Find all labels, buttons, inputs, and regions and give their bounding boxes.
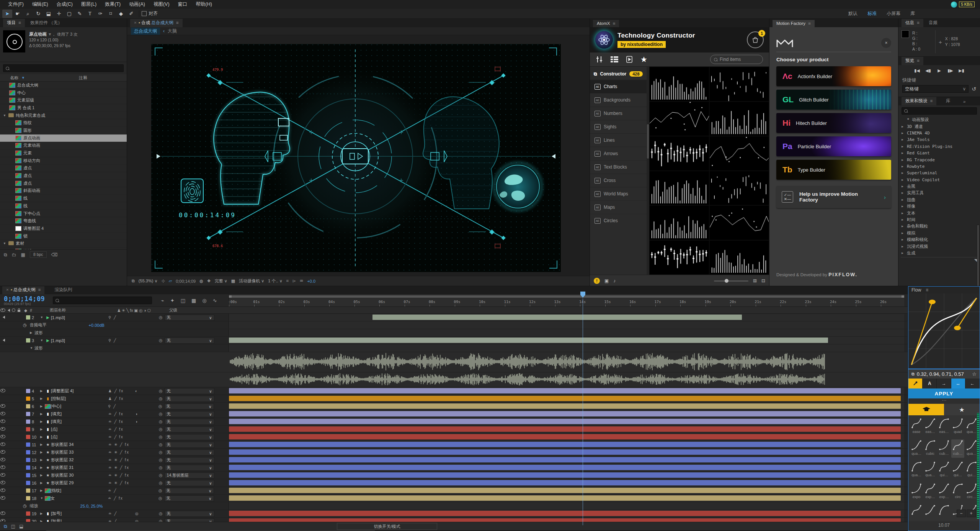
menu-item-5[interactable]: 动画(A): [125, 0, 149, 9]
parent-dropdown[interactable]: 无∨: [165, 396, 214, 402]
parent-dropdown[interactable]: 无∨: [165, 442, 214, 448]
tab-preview[interactable]: 预览 ≡: [902, 57, 923, 65]
layer-expand-arrow[interactable]: ▶: [40, 474, 45, 477]
help-improve-card[interactable]: ✓—✕— Help us improve Motion Factory ›: [776, 186, 891, 208]
eye-toggle[interactable]: [0, 465, 6, 470]
layer-label-chip[interactable]: [26, 473, 30, 477]
parent-dropdown[interactable]: 无∨: [164, 495, 214, 502]
layer-track[interactable]: [229, 510, 904, 517]
flow-preset[interactable]: qua…: [924, 461, 937, 480]
audio-column-icon[interactable]: [6, 309, 10, 312]
layer-track[interactable]: [229, 395, 904, 402]
exposure-value[interactable]: +0.0: [307, 279, 315, 284]
effects-category[interactable]: ▶模糊和锐化: [898, 236, 980, 243]
project-bit-depth[interactable]: 8 bpc: [30, 251, 47, 258]
tool-10-icon[interactable]: ⌑: [106, 10, 116, 18]
expand-arrow-icon[interactable]: ▶: [902, 211, 905, 215]
workspace-默认[interactable]: 默认: [848, 10, 858, 17]
layer-label-chip[interactable]: [26, 315, 30, 320]
layer-row[interactable]: 14▶★形状图层 31≐ ✳ ╱ fx◎无∨: [0, 464, 908, 472]
parent-dropdown[interactable]: 无∨: [165, 434, 214, 440]
project-search-input[interactable]: [3, 64, 124, 72]
pickwhip-icon[interactable]: ◎: [159, 442, 163, 447]
product-card-glitch-builder[interactable]: GLGlitch Builder: [776, 90, 891, 110]
tool-0-icon[interactable]: ➤: [2, 10, 12, 18]
layer-label-chip[interactable]: [26, 404, 30, 408]
layer-row[interactable]: 6▶[中心]⚲ ╱◎无∨: [0, 403, 908, 410]
bezier-values[interactable]: 0.32, 0.94, 0.71, 0.57: [917, 371, 964, 377]
project-item[interactable]: 锁: [0, 233, 127, 240]
layer-duration-bar[interactable]: [229, 411, 901, 416]
atomx-category-world-maps[interactable]: AEWorld Maps: [590, 187, 647, 200]
pickwhip-icon[interactable]: ◎: [159, 338, 163, 343]
flow-preset[interactable]: circ: [951, 483, 964, 502]
stopwatch-icon[interactable]: ◷: [23, 503, 27, 508]
flow-preset[interactable]: qua…: [910, 439, 923, 458]
layer-label-chip[interactable]: [26, 435, 30, 439]
layer-duration-bar[interactable]: [229, 472, 901, 478]
atomx-category-cross[interactable]: AECross: [590, 174, 647, 187]
thumbnail-size-slider[interactable]: [714, 280, 748, 282]
tool-2-icon[interactable]: ⌕: [23, 10, 33, 18]
effects-search-input[interactable]: [902, 107, 977, 115]
timeline-search-input[interactable]: [53, 297, 152, 304]
grid-view-icon[interactable]: ⊞: [753, 278, 757, 284]
project-item[interactable]: 斜面动画: [0, 187, 127, 195]
flow-preset[interactable]: qua…: [910, 461, 923, 480]
layer-duration-bar[interactable]: [229, 419, 901, 424]
layer-expand-arrow[interactable]: ▶: [40, 443, 45, 446]
layer-name[interactable]: [加号]: [51, 511, 108, 516]
eye-toggle[interactable]: [0, 404, 6, 408]
atomx-category-maps[interactable]: AEMaps: [590, 200, 647, 214]
layer-expand-arrow[interactable]: ▶: [40, 512, 45, 515]
filters-icon[interactable]: [596, 56, 603, 62]
layer-name[interactable]: [调整图层 4]: [51, 388, 108, 394]
graph-editor-icon[interactable]: ∿: [213, 298, 217, 303]
layer-track[interactable]: [229, 321, 904, 329]
tab-atomx[interactable]: AtomX ≡: [593, 20, 619, 27]
atomx-category-sights[interactable]: AESights: [590, 120, 647, 133]
pickwhip-icon[interactable]: ◎: [159, 388, 163, 393]
pickwhip-icon[interactable]: ◎: [158, 404, 162, 409]
tab-composition[interactable]: ×▪ 合成 总合成大纲 ≡: [130, 19, 183, 27]
layer-name[interactable]: [中心]: [51, 403, 108, 409]
expand-arrow-icon[interactable]: ▶: [902, 225, 905, 228]
product-card-type-builder[interactable]: TbType Builder: [776, 160, 891, 180]
flow-preset[interactable]: ease: [910, 418, 923, 436]
interpret-footage-icon[interactable]: ⧉: [4, 252, 7, 257]
layer-track[interactable]: [229, 472, 904, 479]
draft-3d-icon[interactable]: ✦: [170, 298, 175, 303]
fast-previews-icon[interactable]: ⌲: [292, 279, 296, 284]
column-comment[interactable]: 注释: [79, 75, 87, 81]
snapshot-icon[interactable]: ◍: [199, 279, 203, 284]
layer-track[interactable]: [229, 487, 904, 494]
step-forward-button[interactable]: ▮▶: [947, 68, 954, 73]
layer-row[interactable]: 19▶▮[加号]≐ ╱◎◎无∨: [0, 510, 908, 518]
layer-label-chip[interactable]: [26, 427, 30, 431]
skip-to-end-button[interactable]: ▶▮: [958, 68, 965, 73]
zoom-in-button[interactable]: +: [967, 510, 976, 517]
layer-extra-switches[interactable]: ◑: [135, 412, 159, 416]
layer-name[interactable]: [指纹]: [51, 488, 108, 493]
layer-name[interactable]: 形状图层 34: [51, 442, 108, 447]
effects-category[interactable]: ▶JAe Tools: [898, 136, 980, 143]
pickwhip-icon[interactable]: ◎: [158, 488, 162, 493]
label-column-icon[interactable]: ◆: [21, 308, 30, 313]
column-name[interactable]: 名称: [10, 75, 18, 81]
tool-11-icon[interactable]: ◆: [116, 10, 126, 18]
layer-duration-bar[interactable]: [229, 388, 901, 393]
panel-overflow-chevrons[interactable]: »: [959, 98, 969, 105]
flow-preset[interactable]: cub…: [951, 439, 964, 458]
layer-name[interactable]: 形状图层 31: [51, 465, 108, 470]
solo-column-icon[interactable]: [12, 308, 15, 312]
tab-flow[interactable]: Flow: [911, 287, 921, 293]
frame-blending-icon[interactable]: ▩: [191, 298, 196, 303]
flow-preset[interactable]: eas…: [938, 418, 951, 436]
layer-row[interactable]: 3▼▶[1.mp3]⚲ ╱◎无∨: [0, 337, 908, 344]
pickwhip-icon[interactable]: ◎: [159, 511, 163, 516]
layer-expand-arrow[interactable]: ▶: [40, 458, 45, 462]
tab-presets-library[interactable]: [908, 404, 944, 415]
apply-in-button[interactable]: ←: [965, 379, 980, 388]
parent-dropdown[interactable]: 无∨: [165, 480, 214, 486]
atomx-preview-thumb[interactable]: [650, 241, 709, 275]
